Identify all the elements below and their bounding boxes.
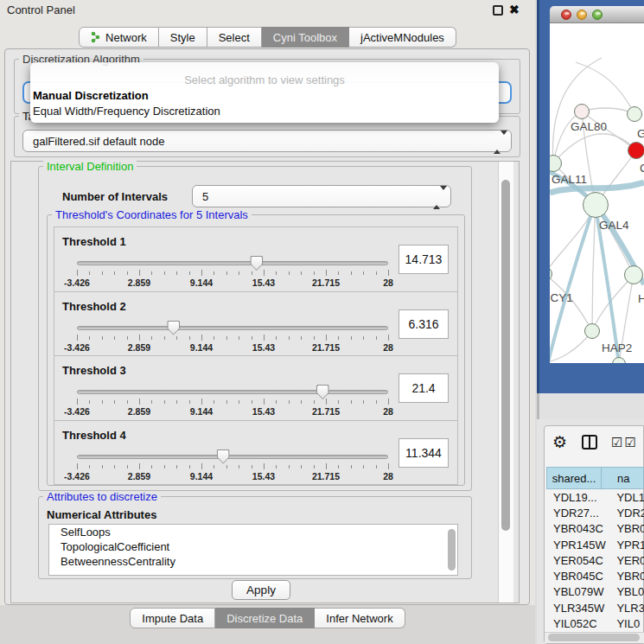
panel-title: Control Panel — [7, 3, 75, 16]
cell-shared-name[interactable]: YDR27... — [546, 507, 613, 520]
tab-cyni-toolbox[interactable]: Cyni Toolbox — [262, 27, 349, 48]
table-row[interactable]: YDL19...YDL1 — [546, 489, 644, 505]
tab-discretize-data[interactable]: Discretize Data — [215, 608, 315, 628]
column-header-name[interactable]: na — [602, 467, 644, 489]
cell-name[interactable]: YBR0 — [613, 522, 644, 535]
node-top-right[interactable] — [627, 106, 642, 122]
cell-shared-name[interactable]: YDL19... — [546, 491, 613, 504]
number-of-intervals-value: 5 — [202, 190, 208, 203]
threshold-2-value-field[interactable]: 6.316 — [399, 309, 449, 339]
close-icon[interactable]: ✖ — [509, 3, 520, 16]
numerical-attributes-label: Numerical Attributes — [47, 508, 156, 521]
node-label: GAL4 — [599, 219, 629, 232]
threshold-4-slider[interactable]: -3.4262.8599.14415.4321.71528 — [77, 450, 388, 481]
slider-thumb[interactable] — [250, 256, 263, 271]
bottom-tab-bar: Impute Data Discretize Data Infer Networ… — [0, 608, 535, 628]
horizontal-scrollbar-thumb[interactable] — [548, 634, 640, 641]
combo-arrows-icon — [433, 190, 441, 203]
network-window-titlebar — [550, 6, 644, 23]
dropdown-placeholder-item[interactable]: Select algorithm to view settings — [30, 73, 499, 86]
threshold-4-card: Threshold 4 -3.4262.8599.14415.4321.7152… — [54, 420, 458, 486]
threshold-2-card: Threshold 2 -3.4262.8599.14415.4321.7152… — [54, 291, 458, 357]
threshold-3-label: Threshold 3 — [62, 364, 126, 377]
node-label: GA — [637, 127, 644, 140]
threshold-2-slider[interactable]: -3.4262.8599.14415.4321.71528 — [77, 321, 388, 352]
node-pink[interactable] — [574, 104, 590, 119]
interval-definition-title: Interval Definition — [43, 161, 137, 172]
cell-name[interactable]: YIL0 — [613, 617, 644, 630]
tab-impute-data[interactable]: Impute Data — [130, 608, 215, 628]
cell-name[interactable]: YDR2 — [613, 507, 644, 520]
cell-shared-name[interactable]: YBL079W — [546, 585, 613, 598]
cell-name[interactable]: YDL1 — [613, 491, 644, 504]
dropdown-item-manual-discretization[interactable]: Manual Discretization — [33, 89, 149, 102]
threshold-4-value-field[interactable]: 11.344 — [399, 438, 449, 468]
mac-close-icon[interactable] — [561, 10, 571, 20]
cell-name[interactable]: YLR3 — [613, 602, 644, 615]
tab-network[interactable]: Network — [79, 27, 159, 48]
table-row[interactable]: YER054CYER0 — [546, 552, 644, 568]
table-row[interactable]: YPR145WYPR1 — [546, 537, 644, 552]
cell-shared-name[interactable]: YER054C — [546, 554, 613, 567]
cell-shared-name[interactable]: YPR145W — [546, 539, 613, 552]
cell-name[interactable]: YER0 — [613, 554, 644, 567]
mac-minimize-icon[interactable] — [577, 10, 587, 20]
node-h[interactable] — [624, 265, 643, 284]
cell-shared-name[interactable]: YLR345W — [546, 602, 613, 615]
tab-select[interactable]: Select — [207, 27, 262, 48]
tab-jactivemnodules[interactable]: jActiveMNodules — [349, 27, 456, 48]
table-row[interactable]: YBR045CYBR0 — [546, 568, 644, 583]
node-red[interactable] — [628, 142, 644, 159]
threshold-4-label: Threshold 4 — [62, 429, 126, 442]
algorithm-dropdown-popup: Select algorithm to view settings Manual… — [30, 62, 499, 123]
table-row[interactable]: YLR345WYLR3 — [546, 600, 644, 615]
tab-infer-network[interactable]: Infer Network — [315, 608, 405, 628]
threshold-1-slider[interactable]: -3.4262.8599.14415.4321.71528 — [77, 256, 388, 287]
threshold-1-label: Threshold 1 — [62, 235, 126, 248]
float-window-icon[interactable] — [493, 5, 503, 16]
slider-thumb[interactable] — [316, 385, 329, 399]
mac-zoom-icon[interactable] — [592, 10, 603, 20]
gear-icon[interactable]: ⚙ — [552, 432, 567, 452]
threshold-3-card: Threshold 3 -3.4262.8599.14415.4321.7152… — [54, 355, 458, 421]
cell-shared-name[interactable]: YIL052C — [546, 617, 613, 630]
node-gal4[interactable] — [583, 192, 609, 218]
attributes-scrollbar-thumb[interactable] — [448, 529, 456, 571]
cell-shared-name[interactable]: YBR045C — [546, 570, 613, 583]
node-label: GAL80 — [571, 120, 607, 133]
threshold-1-value-field[interactable]: 14.713 — [399, 245, 449, 274]
attribute-list-item[interactable]: TopologicalCoefficient — [49, 539, 457, 554]
apply-button[interactable]: Apply — [232, 580, 290, 600]
node-label: C — [640, 162, 644, 175]
dropdown-item-equal-width-frequency[interactable]: Equal Width/Frequency Discretization — [33, 105, 220, 118]
attribute-list-item[interactable]: SelfLoops — [49, 525, 457, 539]
cell-name[interactable]: YBR0 — [613, 570, 644, 583]
cell-name[interactable]: YPR1 — [613, 539, 644, 552]
threshold-cards: Threshold 1 -3.4262.8599.14415.4321.7152… — [54, 226, 458, 485]
threshold-2-label: Threshold 2 — [62, 300, 126, 313]
cell-name[interactable]: YBL0 — [613, 585, 644, 598]
cell-shared-name[interactable]: YBR043C — [546, 522, 613, 535]
threshold-3-value-field[interactable]: 21.4 — [399, 373, 449, 403]
column-split-icon[interactable] — [582, 435, 597, 450]
numerical-attributes-list[interactable]: SelfLoopsTopologicalCoefficientBetweenne… — [48, 524, 458, 576]
slider-thumb[interactable] — [217, 450, 230, 464]
number-of-intervals-select[interactable]: 5 — [192, 185, 451, 207]
attribute-list-item[interactable]: BetweennessCentrality — [49, 554, 457, 569]
vertical-scrollbar-thumb[interactable] — [501, 180, 510, 531]
thresholds-group-title: Threshold's Coordinates for 5 Intervals — [52, 209, 252, 220]
table-rows: YDL19...YDL1YDR27...YDR2YBR043CYBR0YPR14… — [546, 489, 644, 632]
column-header-shared[interactable]: shared... — [546, 467, 602, 489]
table-row[interactable]: YBL079WYBL0 — [546, 584, 644, 600]
network-canvas[interactable]: GAL80GACGAL11GAL4GCY1HHAP2 — [550, 23, 644, 363]
node-label: GCY1 — [550, 291, 573, 304]
table-row[interactable]: YDR27...YDR2 — [546, 505, 644, 520]
table-row[interactable]: YIL052CYIL0 — [546, 615, 644, 631]
table-data-select[interactable]: galFiltered.sif default node — [22, 130, 512, 152]
threshold-3-slider[interactable]: -3.4262.8599.14415.4321.71528 — [77, 385, 388, 416]
checkbox-filter-icons[interactable]: ☑☑ — [611, 435, 638, 450]
node-hap2[interactable] — [584, 323, 600, 339]
slider-thumb[interactable] — [167, 321, 180, 335]
tab-style[interactable]: Style — [159, 27, 207, 48]
table-row[interactable]: YBR043CYBR0 — [546, 521, 644, 537]
